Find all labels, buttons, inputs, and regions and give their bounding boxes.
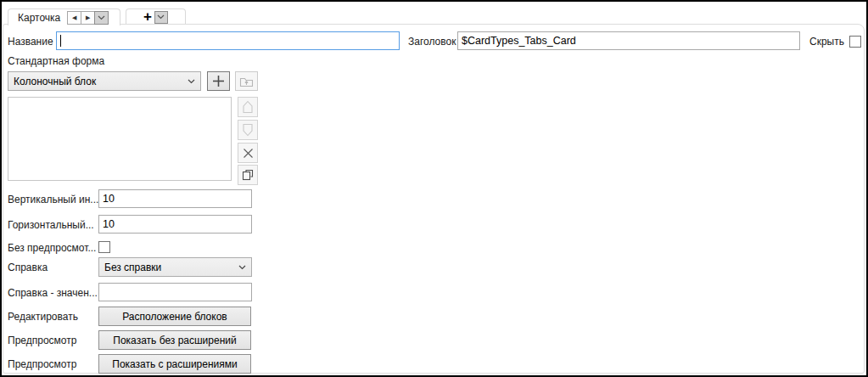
tab-list-dropdown-button[interactable] [94, 11, 109, 25]
move-up-button[interactable] [238, 97, 258, 117]
standard-form-label: Стандартная форма [8, 55, 104, 68]
standard-form-selected-value: Колоночный блок [14, 76, 188, 87]
plus-icon [212, 75, 225, 87]
standard-form-select[interactable]: Колоночный блок [8, 71, 201, 91]
hide-label: Скрыть [809, 36, 844, 48]
move-down-button[interactable] [238, 120, 258, 140]
copy-icon [242, 169, 254, 181]
pentagon-arrow-up-icon [242, 100, 254, 114]
show-with-extensions-button[interactable]: Показать с расширениями [98, 354, 251, 374]
help-select[interactable]: Без справки [98, 257, 252, 277]
hide-checkbox[interactable] [849, 36, 861, 48]
delete-block-button[interactable] [238, 143, 258, 163]
cross-icon [243, 148, 254, 159]
tab-add-new[interactable]: + [126, 8, 186, 25]
vertical-indent-input[interactable] [98, 189, 252, 208]
prev-arrow-icon: ◀ [72, 14, 76, 21]
horizontal-indent-input[interactable] [98, 215, 252, 234]
name-input[interactable] [56, 31, 400, 50]
title-input[interactable] [457, 31, 800, 50]
chevron-down-icon [157, 14, 165, 20]
edit-label: Редактировать [8, 311, 78, 324]
title-label: Заголовок [408, 36, 456, 48]
blocks-listbox[interactable] [8, 97, 232, 181]
chevron-down-icon [188, 79, 195, 84]
help-value-input[interactable] [98, 283, 252, 301]
add-tab-icon: + [143, 11, 152, 23]
tab-scroll-prev-button[interactable]: ◀ [67, 11, 81, 25]
no-preview-checkbox[interactable] [98, 241, 110, 253]
preview-label-1: Предпросмотр [8, 335, 76, 347]
tab-card[interactable]: Карточка ◀ ▶ [8, 8, 120, 25]
card-tab-page: Название Заголовок Скрыть Стандартная фо… [3, 24, 865, 374]
text-caret [60, 35, 61, 47]
help-label: Справка [8, 262, 48, 274]
next-arrow-icon: ▶ [86, 14, 90, 21]
card-type-editor-window: Карточка ◀ ▶ + Название [0, 0, 868, 377]
block-layout-button[interactable]: Расположение блоков [98, 307, 251, 326]
vertical-indent-label: Вертикальный ин... [8, 194, 98, 206]
add-block-button[interactable] [207, 71, 230, 91]
help-selected-value: Без справки [104, 262, 238, 273]
horizontal-indent-label: Горизонтальный... [8, 219, 94, 232]
tab-card-label: Карточка [18, 12, 60, 24]
folder-up-arrow-icon [239, 76, 254, 87]
chevron-down-icon [98, 15, 105, 20]
name-label: Название [8, 36, 53, 48]
chevron-down-icon [238, 265, 246, 270]
move-to-folder-button[interactable] [235, 71, 258, 91]
copy-block-button[interactable] [238, 165, 258, 185]
tab-scroll-next-button[interactable]: ▶ [81, 11, 95, 25]
help-value-label: Справка - значен... [8, 287, 98, 300]
preview-label-2: Предпросмотр [8, 358, 76, 371]
show-without-extensions-button[interactable]: Показать без расширений [98, 330, 251, 350]
add-tab-dropdown-button[interactable] [154, 11, 168, 24]
pentagon-arrow-down-icon [242, 123, 254, 137]
no-preview-label: Без предпросмот... [8, 242, 96, 255]
